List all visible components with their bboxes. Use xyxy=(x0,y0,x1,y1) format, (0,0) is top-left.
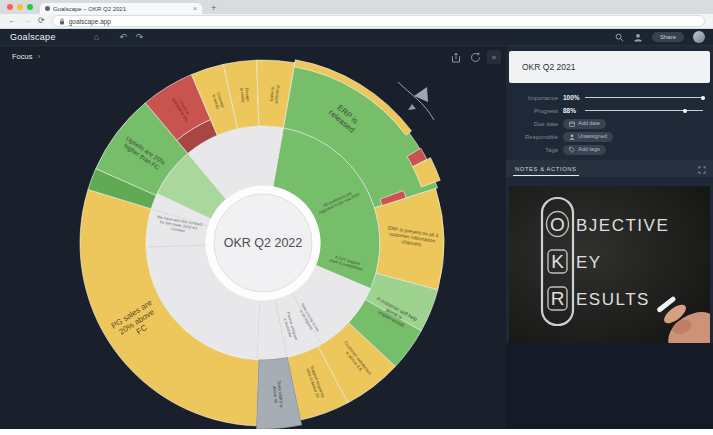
notes-actions-bar: NOTES & ACTIONS xyxy=(506,160,713,177)
importance-value: 100% xyxy=(563,94,585,101)
progress-slider[interactable] xyxy=(585,108,703,113)
due-date-label: Due date xyxy=(510,121,563,127)
goal-canvas: OKR Q2 2022ERP isreleasedERP is present … xyxy=(0,46,506,429)
selected-goal-title[interactable]: OKR Q2 2021 xyxy=(509,51,710,83)
back-icon[interactable]: ← xyxy=(8,17,16,25)
responsible-label: Responsible xyxy=(510,134,563,140)
importance-row: Importance 100% xyxy=(510,91,703,104)
responsible-row: Responsible Unassigned xyxy=(510,130,703,143)
person-icon xyxy=(569,134,575,140)
word-objective: BJECTIVE xyxy=(576,216,669,235)
browser-window: Goalscape – OKR Q2 2021 × + ← → ⟳ goalsc… xyxy=(0,0,713,429)
tags-row: Tags Add tags xyxy=(510,143,703,156)
responsible-chip[interactable]: Unassigned xyxy=(563,132,613,142)
people-icon[interactable] xyxy=(633,33,643,42)
browser-tab-bar: Goalscape – OKR Q2 2021 × + xyxy=(0,0,713,14)
goalscape-logo[interactable]: Goalscape xyxy=(10,32,56,42)
share-view-button[interactable] xyxy=(449,50,463,64)
url-text: goalscape.app xyxy=(69,18,111,25)
reload-icon[interactable]: ⟳ xyxy=(38,17,45,25)
traffic-lights xyxy=(7,4,33,10)
search-icon[interactable] xyxy=(615,33,624,42)
close-tab-icon[interactable]: × xyxy=(193,5,197,12)
collapse-panel-button[interactable]: » xyxy=(487,50,501,64)
slider-thumb[interactable] xyxy=(701,96,705,100)
browser-url-bar: ← → ⟳ goalscape.app xyxy=(0,14,713,29)
goal-properties: Importance 100% Progress 88% Due date Ad… xyxy=(506,91,713,156)
tab-notes-actions[interactable]: NOTES & ACTIONS xyxy=(513,162,579,176)
detail-sidebar: OKR Q2 2021 Importance 100% Progress 88%… xyxy=(506,46,713,429)
word-key: EY xyxy=(576,253,602,272)
cursor-annotation xyxy=(398,82,434,120)
okr-letter-r: R xyxy=(551,288,565,309)
forward-icon[interactable]: → xyxy=(23,17,31,25)
calendar-icon xyxy=(569,121,575,127)
home-icon[interactable]: ⌂ xyxy=(94,33,99,42)
lock-icon xyxy=(59,18,65,25)
importance-slider[interactable] xyxy=(585,95,703,100)
breadcrumb-label: Focus xyxy=(12,52,32,61)
word-results: ESULTS xyxy=(576,290,650,309)
okr-letter-o: O xyxy=(550,214,565,235)
progress-row: Progress 88% xyxy=(510,104,703,117)
address-field[interactable]: goalscape.app xyxy=(52,15,705,27)
tag-icon xyxy=(569,147,575,153)
due-date-chip-label: Add date xyxy=(578,121,600,127)
due-date-row: Due date Add date xyxy=(510,117,703,130)
tags-label: Tags xyxy=(510,147,563,153)
minimize-window-button[interactable] xyxy=(17,4,23,10)
share-icon xyxy=(451,52,461,63)
center-goal-label: OKR Q2 2022 xyxy=(224,236,303,250)
app-header: Goalscape ⌂ ↶ ↷ Share xyxy=(0,29,713,46)
notes-image: O K R BJECTIVE EY ESULTS xyxy=(509,186,710,343)
due-date-chip[interactable]: Add date xyxy=(563,119,606,129)
tab-title: Goalscape – OKR Q2 2021 xyxy=(53,6,190,12)
tags-chip-label: Add tags xyxy=(578,147,600,153)
progress-label: Progress xyxy=(510,108,563,114)
redo-icon[interactable]: ↷ xyxy=(136,33,144,42)
zoom-window-button[interactable] xyxy=(27,4,33,10)
chevron-right-icon: › xyxy=(37,52,40,61)
reset-view-button[interactable] xyxy=(468,50,482,64)
expand-icon xyxy=(698,166,706,174)
rotate-icon xyxy=(470,52,481,63)
favicon-icon xyxy=(45,6,50,11)
okr-letter-k: K xyxy=(551,251,564,272)
sunburst-chart[interactable]: OKR Q2 2022ERP isreleasedERP is present … xyxy=(0,46,506,429)
new-tab-button[interactable]: + xyxy=(211,4,216,13)
undo-icon[interactable]: ↶ xyxy=(119,33,127,42)
responsible-chip-label: Unassigned xyxy=(578,134,607,140)
goal-label: Prototypeis ready xyxy=(269,85,280,105)
browser-tab[interactable]: Goalscape – OKR Q2 2021 × xyxy=(40,3,202,14)
okr-blackboard-illustration: O K R BJECTIVE EY ESULTS xyxy=(509,186,710,343)
avatar[interactable] xyxy=(693,31,705,43)
sidebar-footer-area xyxy=(506,343,713,429)
share-button[interactable]: Share xyxy=(652,32,684,42)
progress-value: 88% xyxy=(563,107,585,114)
importance-label: Importance xyxy=(510,95,563,101)
breadcrumb[interactable]: Focus › xyxy=(12,52,40,61)
expand-notes-button[interactable] xyxy=(698,160,706,178)
slider-thumb[interactable] xyxy=(683,109,687,113)
canvas-toolbar: » xyxy=(449,50,501,64)
tags-chip[interactable]: Add tags xyxy=(563,145,606,155)
close-window-button[interactable] xyxy=(7,4,13,10)
